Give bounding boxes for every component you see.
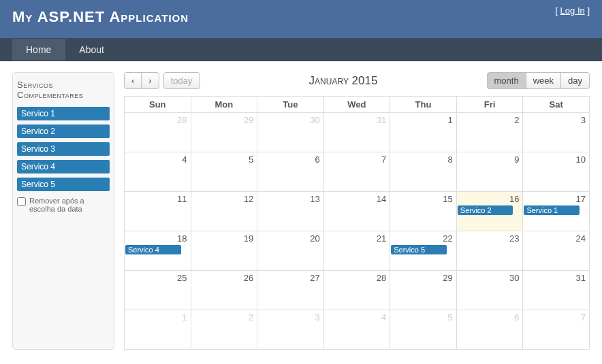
day-number: 7 (328, 154, 387, 165)
day-number: 30 (261, 115, 320, 125)
calendar-cell[interactable]: 30 (456, 271, 523, 310)
calendar-toolbar: ‹ › today January 2015 month week day (124, 72, 590, 89)
day-number: 14 (328, 194, 387, 204)
calendar-cell[interactable]: 31 (523, 271, 590, 310)
day-header: Sun (125, 97, 191, 113)
calendar-cell[interactable]: 25 (125, 271, 191, 310)
calendar-cell[interactable]: 17Servico 1 (523, 192, 590, 231)
calendar-cell[interactable]: 12 (191, 192, 257, 231)
calendar-cell[interactable]: 28 (125, 113, 191, 152)
calendar-cell[interactable]: 26 (191, 271, 257, 310)
calendar-cell[interactable]: 5 (390, 310, 457, 350)
calendar-cell[interactable]: 7 (323, 152, 390, 192)
day-number: 29 (195, 115, 254, 125)
calendar-cell[interactable]: 4 (125, 152, 191, 192)
day-number: 1 (128, 312, 187, 322)
next-button[interactable]: › (141, 72, 159, 89)
calendar-cell[interactable]: 31 (323, 113, 390, 152)
calendar-cell[interactable]: 20 (257, 231, 324, 271)
day-number: 24 (526, 233, 586, 244)
today-button[interactable]: today (163, 72, 200, 89)
sidebar-item-servico-4[interactable]: Servico 4 (17, 160, 110, 173)
day-number: 2 (460, 115, 520, 125)
calendar-cell[interactable]: 16Servico 2 (456, 192, 523, 231)
calendar-cell[interactable]: 11 (125, 192, 191, 231)
day-number: 27 (261, 273, 320, 283)
calendar-cell[interactable]: 1 (390, 113, 457, 152)
calendar-cell[interactable]: 14 (323, 192, 390, 231)
sidebar-title: Servicos Complementares (17, 80, 110, 100)
prev-button[interactable]: ‹ (124, 72, 142, 89)
calendar-event[interactable]: Servico 2 (458, 205, 513, 215)
calendar-event[interactable]: Servico 1 (524, 205, 580, 215)
nav-home[interactable]: Home (12, 39, 65, 61)
calendar-cell[interactable]: 2 (191, 310, 257, 350)
calendar-cell[interactable]: 29 (191, 113, 257, 152)
calendar: ‹ › today January 2015 month week day Su… (124, 72, 590, 350)
calendar-cell[interactable]: 6 (257, 152, 324, 192)
remove-after-check[interactable]: Remover após a escolha da data (17, 197, 110, 213)
day-number: 10 (526, 154, 586, 165)
calendar-cell[interactable]: 29 (390, 271, 457, 310)
calendar-cell[interactable]: 18Servico 4 (125, 231, 191, 271)
calendar-cell[interactable]: 2 (456, 113, 523, 152)
calendar-cell[interactable]: 22Servico 5 (390, 231, 457, 271)
day-number: 31 (526, 273, 586, 283)
calendar-cell[interactable]: 3 (257, 310, 324, 350)
day-number: 12 (195, 194, 254, 204)
calendar-cell[interactable]: 1 (125, 310, 191, 350)
calendar-cell[interactable]: 15 (390, 192, 457, 231)
calendar-event[interactable]: Servico 5 (391, 245, 447, 254)
day-number: 3 (526, 115, 586, 125)
calendar-cell[interactable]: 4 (323, 310, 390, 350)
calendar-cell[interactable]: 19 (191, 231, 257, 271)
day-number: 5 (394, 312, 453, 322)
view-week-button[interactable]: week (526, 72, 561, 89)
calendar-cell[interactable]: 27 (257, 271, 324, 310)
sidebar-item-servico-3[interactable]: Servico 3 (17, 142, 110, 156)
calendar-cell[interactable]: 8 (390, 152, 457, 192)
calendar-cell[interactable]: 24 (523, 231, 590, 271)
day-number: 6 (261, 154, 320, 165)
day-number: 30 (460, 273, 520, 283)
day-header: Sat (523, 97, 590, 113)
remove-after-label: Remover após a escolha da data (29, 197, 110, 213)
day-number: 4 (328, 312, 387, 322)
calendar-cell[interactable]: 9 (456, 152, 523, 192)
calendar-event[interactable]: Servico 4 (125, 245, 181, 254)
day-number: 15 (394, 194, 453, 204)
sidebar-item-servico-1[interactable]: Servico 1 (17, 107, 110, 120)
day-number: 28 (128, 115, 187, 125)
app-header: My ASP.NET Application [ Log In ] (0, 0, 602, 38)
day-number: 26 (195, 273, 254, 283)
view-day-button[interactable]: day (560, 72, 590, 89)
calendar-cell[interactable]: 10 (523, 152, 590, 192)
day-number: 8 (394, 154, 453, 165)
day-number: 2 (195, 312, 254, 322)
nav-about[interactable]: About (65, 39, 118, 61)
day-number: 31 (328, 115, 387, 125)
day-header: Wed (323, 97, 390, 113)
day-number: 9 (460, 154, 520, 165)
sidebar-item-servico-5[interactable]: Servico 5 (17, 178, 110, 191)
calendar-title: January 2015 (200, 74, 487, 88)
login-link[interactable]: Log In (560, 5, 585, 16)
sidebar-item-servico-2[interactable]: Servico 2 (17, 125, 110, 138)
content: Servicos Complementares Servico 1 Servic… (0, 61, 602, 361)
calendar-cell[interactable]: 30 (257, 113, 324, 152)
view-month-button[interactable]: month (487, 72, 526, 89)
day-number: 18 (128, 233, 187, 244)
calendar-cell[interactable]: 23 (456, 231, 523, 271)
calendar-cell[interactable]: 7 (523, 310, 590, 350)
calendar-cell[interactable]: 21 (323, 231, 390, 271)
calendar-cell[interactable]: 3 (523, 113, 590, 152)
calendar-cell[interactable]: 13 (257, 192, 324, 231)
day-number: 6 (460, 312, 520, 322)
day-number: 20 (261, 233, 320, 244)
remove-after-checkbox[interactable] (17, 197, 26, 206)
day-number: 13 (261, 194, 320, 204)
day-number: 11 (128, 194, 187, 204)
calendar-cell[interactable]: 6 (456, 310, 523, 350)
calendar-cell[interactable]: 5 (191, 152, 257, 192)
calendar-cell[interactable]: 28 (323, 271, 390, 310)
